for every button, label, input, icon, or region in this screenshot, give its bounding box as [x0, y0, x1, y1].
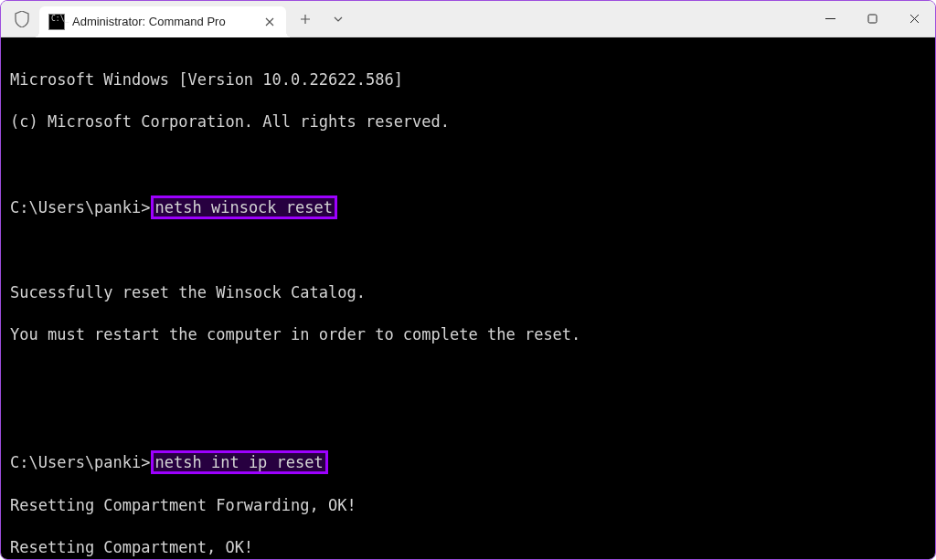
terminal-line: Sucessfully reset the Winsock Catalog.: [10, 282, 926, 303]
terminal-prompt-line: C:\Users\panki>netsh int ip reset: [10, 450, 926, 474]
highlighted-command: netsh winsock reset: [151, 195, 337, 219]
svg-rect-0: [868, 15, 877, 23]
terminal-line: (c) Microsoft Corporation. All rights re…: [10, 111, 926, 132]
terminal-line: Microsoft Windows [Version 10.0.22622.58…: [10, 69, 926, 90]
maximize-button[interactable]: [851, 1, 893, 37]
window-controls: [809, 1, 935, 37]
tab-active[interactable]: C:\_ Administrator: Command Pro: [39, 6, 286, 37]
titlebar: C:\_ Administrator: Command Pro: [1, 1, 935, 37]
terminal-output[interactable]: Microsoft Windows [Version 10.0.22622.58…: [1, 37, 935, 559]
terminal-line: You must restart the computer in order t…: [10, 324, 926, 345]
close-button[interactable]: [893, 1, 935, 37]
cmd-icon: C:\_: [48, 14, 65, 30]
highlighted-command: netsh int ip reset: [151, 450, 328, 474]
terminal-line: Resetting Compartment, OK!: [10, 537, 926, 558]
terminal-line: Resetting Compartment Forwarding, OK!: [10, 495, 926, 516]
shield-icon: [14, 10, 30, 28]
tab-close-button[interactable]: [262, 15, 277, 29]
prompt: C:\Users\panki>: [10, 453, 151, 471]
tab-dropdown-button[interactable]: [324, 5, 352, 33]
new-tab-button[interactable]: [292, 5, 319, 33]
tab-title: Administrator: Command Pro: [72, 15, 255, 28]
prompt: C:\Users\panki>: [10, 198, 151, 217]
minimize-button[interactable]: [809, 1, 851, 37]
terminal-prompt-line: C:\Users\panki>netsh winsock reset: [10, 195, 926, 219]
